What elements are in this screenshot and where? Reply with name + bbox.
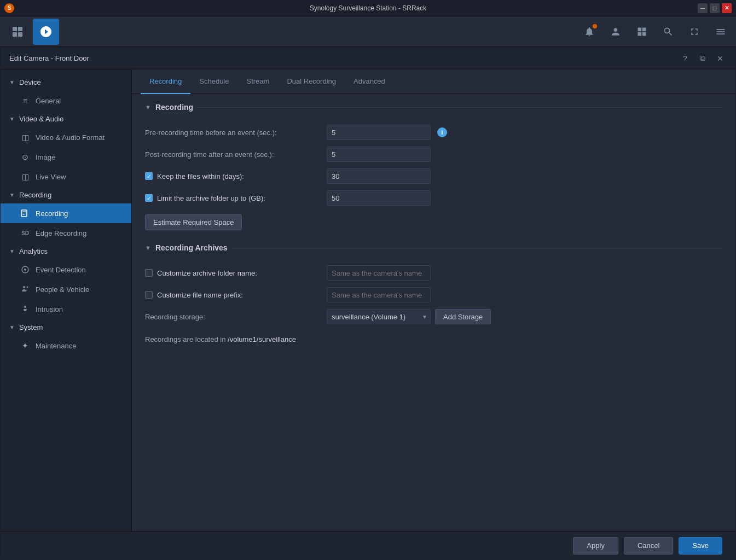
sidebar-section-recording[interactable]: ▼ Recording <box>1 186 131 203</box>
customize-folder-label-group: Customize archive folder name: <box>145 269 320 277</box>
customize-folder-row: Customize archive folder name: <box>145 265 722 281</box>
sidebar-item-intrusion-label: Intrusion <box>36 305 63 313</box>
customize-file-row: Customize file name prefix: <box>145 287 722 302</box>
maintenance-icon: ✦ <box>20 341 30 351</box>
notification-button[interactable] <box>578 21 600 43</box>
main-toolbar <box>0 16 736 47</box>
sidebar-item-video-audio-format[interactable]: ◫ Video & Audio Format <box>1 127 131 147</box>
sidebar-section-analytics[interactable]: ▼ Analytics <box>1 243 131 260</box>
sidebar-section-device-label: Device <box>19 78 41 86</box>
keep-files-input[interactable] <box>327 168 431 184</box>
post-recording-input[interactable] <box>327 147 431 162</box>
limit-archive-row: ✓ Limit the archive folder up to (GB): <box>145 190 722 206</box>
user-button[interactable] <box>605 21 627 43</box>
save-button[interactable]: Save <box>679 537 722 555</box>
sidebar-item-edge-recording[interactable]: SD Edge Recording <box>1 223 131 243</box>
customize-folder-input[interactable] <box>327 265 431 281</box>
layout-button[interactable] <box>631 21 653 43</box>
svg-point-9 <box>24 269 26 271</box>
sidebar-item-maintenance-label: Maintenance <box>36 342 76 350</box>
archives-section-title: Recording Archives <box>155 243 228 252</box>
svg-rect-3 <box>18 32 22 37</box>
keep-files-checkbox[interactable]: ✓ <box>145 172 153 180</box>
dialog-help-button[interactable]: ? <box>679 52 692 65</box>
image-icon: ⊙ <box>20 152 30 162</box>
svg-point-11 <box>27 287 28 288</box>
sidebar-item-people-vehicle[interactable]: People & Vehicle <box>1 279 131 299</box>
title-bar: S Synology Surveillance Station - SRRack… <box>0 0 736 16</box>
dialog-header: Edit Camera - Front Door ? ⧉ ✕ <box>1 48 735 69</box>
storage-select[interactable]: surveillance (Volume 1) <box>327 309 431 324</box>
dialog-header-actions: ? ⧉ ✕ <box>679 52 727 65</box>
dialog-detach-button[interactable]: ⧉ <box>696 52 709 65</box>
main-content: Recording Schedule Stream Dual Recording… <box>132 69 735 531</box>
sidebar-item-video-label: Video & Audio Format <box>36 133 105 142</box>
customize-file-label-group: Customize file name prefix: <box>145 291 320 299</box>
close-window-button[interactable]: ✕ <box>722 3 732 13</box>
post-recording-row: Post-recording time after an event (sec.… <box>145 147 722 162</box>
sidebar-item-maintenance[interactable]: ✦ Maintenance <box>1 336 131 355</box>
limit-archive-label-group: ✓ Limit the archive folder up to (GB): <box>145 194 320 202</box>
svg-rect-2 <box>13 32 17 37</box>
search-button[interactable] <box>657 21 679 43</box>
apps-button[interactable] <box>4 19 31 45</box>
customize-file-input[interactable] <box>327 287 431 302</box>
limit-archive-checkbox[interactable]: ✓ <box>145 194 153 202</box>
sidebar-item-general[interactable]: ≡ General <box>1 91 131 110</box>
estimate-button[interactable]: Estimate Required Space <box>145 214 242 230</box>
pre-recording-row: Pre-recording time before an event (sec.… <box>145 125 722 140</box>
customize-file-label: Customize file name prefix: <box>157 291 243 299</box>
keep-files-row: ✓ Keep the files within (days): <box>145 168 722 184</box>
sidebar-item-recording[interactable]: Recording <box>1 203 131 223</box>
pre-recording-input[interactable] <box>327 125 431 140</box>
chevron-system-icon: ▼ <box>9 324 15 330</box>
dialog-title: Edit Camera - Front Door <box>9 54 89 62</box>
sidebar-item-image[interactable]: ⊙ Image <box>1 147 131 167</box>
people-vehicle-icon <box>20 284 30 294</box>
add-storage-button[interactable]: Add Storage <box>435 309 491 324</box>
sidebar-item-recording-label: Recording <box>36 209 68 218</box>
customize-folder-label: Customize archive folder name: <box>157 269 257 277</box>
tab-stream[interactable]: Stream <box>237 69 278 94</box>
tab-advanced[interactable]: Advanced <box>345 69 394 94</box>
dialog: Edit Camera - Front Door ? ⧉ ✕ ▼ Device … <box>0 47 736 560</box>
tab-recording[interactable]: Recording <box>141 69 190 94</box>
customize-folder-checkbox[interactable] <box>145 269 153 277</box>
dialog-footer: Apply Cancel Save <box>1 531 735 559</box>
sidebar-item-edge-label: Edge Recording <box>36 229 86 237</box>
sidebar-section-system[interactable]: ▼ System <box>1 319 131 336</box>
recordings-path: Recordings are located in /volume1/surve… <box>145 331 722 348</box>
archives-section-header: ▼ Recording Archives <box>145 243 722 256</box>
sidebar: ▼ Device ≡ General ▼ Video & Audio ◫ Vid… <box>1 69 132 531</box>
maximize-button[interactable]: □ <box>710 3 720 13</box>
svg-point-10 <box>23 286 25 288</box>
svg-rect-1 <box>18 27 22 31</box>
sidebar-item-people-vehicle-label: People & Vehicle <box>36 285 89 294</box>
tabs-bar: Recording Schedule Stream Dual Recording… <box>132 69 735 94</box>
fullscreen-button[interactable] <box>683 21 705 43</box>
video-format-icon: ◫ <box>20 132 30 142</box>
menu-button[interactable] <box>710 21 732 43</box>
limit-archive-input[interactable] <box>327 190 431 206</box>
sidebar-item-event-detection[interactable]: Event Detection <box>1 260 131 279</box>
tab-dual-recording[interactable]: Dual Recording <box>278 69 345 94</box>
event-detection-icon <box>20 265 30 275</box>
sidebar-section-system-label: System <box>19 323 43 331</box>
camera-button[interactable] <box>33 19 59 45</box>
pre-recording-info-icon[interactable]: i <box>437 127 447 137</box>
chevron-video-icon: ▼ <box>9 116 15 122</box>
minimize-button[interactable]: ─ <box>698 3 708 13</box>
sidebar-item-live-view[interactable]: ◫ Live View <box>1 167 131 186</box>
sidebar-section-video-audio[interactable]: ▼ Video & Audio <box>1 110 131 127</box>
sidebar-item-intrusion[interactable]: Intrusion <box>1 299 131 319</box>
keep-files-label-group: ✓ Keep the files within (days): <box>145 172 320 180</box>
pre-recording-label: Pre-recording time before an event (sec.… <box>145 129 320 137</box>
sidebar-section-device[interactable]: ▼ Device <box>1 74 131 91</box>
apply-button[interactable]: Apply <box>573 537 618 555</box>
dialog-close-button[interactable]: ✕ <box>714 52 727 65</box>
svg-point-12 <box>24 306 26 308</box>
tab-schedule[interactable]: Schedule <box>190 69 237 94</box>
general-icon: ≡ <box>20 96 30 106</box>
customize-file-checkbox[interactable] <box>145 291 153 299</box>
cancel-button[interactable]: Cancel <box>624 537 673 555</box>
